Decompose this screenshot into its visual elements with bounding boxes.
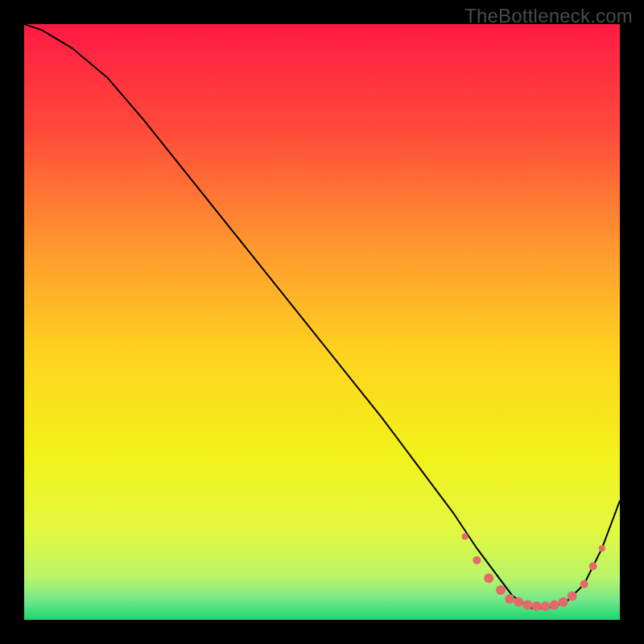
highlight-dot [589, 562, 597, 570]
highlight-dot [496, 585, 506, 595]
highlight-dot [514, 597, 523, 607]
highlight-dot [505, 594, 514, 604]
highlight-dot [484, 573, 493, 583]
gradient-background [24, 24, 620, 620]
highlight-dot [599, 545, 605, 551]
highlight-dot [522, 601, 532, 610]
highlight-dot [559, 597, 568, 607]
highlight-dot [541, 601, 551, 611]
highlight-dot [550, 601, 559, 610]
highlight-dot [568, 591, 577, 601]
highlight-dot [462, 533, 469, 539]
highlight-dot [580, 580, 588, 588]
plot-area [24, 24, 620, 620]
highlight-dot [531, 601, 541, 611]
highlight-dot [473, 556, 481, 564]
chart-svg [24, 24, 620, 620]
chart-frame: TheBottleneck.com [0, 0, 644, 644]
